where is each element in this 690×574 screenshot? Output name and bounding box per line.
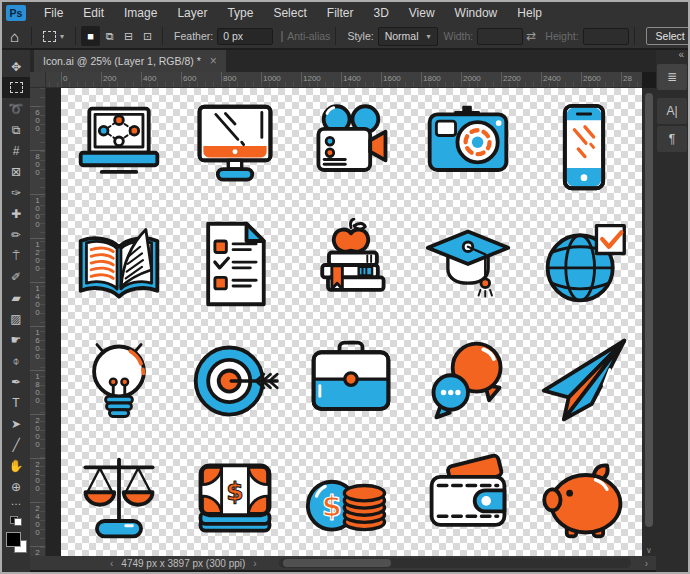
move-tool[interactable]: ✥ bbox=[2, 56, 30, 77]
scroll-right-icon[interactable]: › bbox=[645, 558, 648, 569]
path-selection-tool[interactable]: ➤ bbox=[2, 413, 30, 434]
paragraph-panel-icon[interactable]: ¶ bbox=[657, 126, 687, 152]
ruler-label: 400 bbox=[143, 74, 156, 83]
artboard[interactable]: $ $ bbox=[61, 88, 642, 556]
briefcase-icon bbox=[305, 335, 397, 427]
spot-healing-tool[interactable]: ✚ bbox=[2, 203, 30, 224]
rectangular-marquee-tool[interactable] bbox=[2, 77, 30, 98]
artboard-icon-globe-checkmark[interactable] bbox=[526, 205, 642, 322]
horizontal-scrollbar[interactable] bbox=[279, 558, 631, 568]
menu-edit[interactable]: Edit bbox=[73, 2, 114, 24]
piggy-bank-icon bbox=[538, 452, 630, 544]
clone-stamp-tool[interactable]: ⍑ bbox=[2, 245, 30, 266]
eyedropper-tool[interactable]: ✑ bbox=[2, 182, 30, 203]
artboard-icon-checklist-document[interactable] bbox=[177, 205, 293, 322]
height-label: Height: bbox=[545, 30, 578, 42]
document-tab[interactable]: Icon.ai @ 25% (Layer 1, RGB/8) * × bbox=[34, 50, 226, 72]
artboard-icon-coins-stack[interactable]: $ bbox=[293, 439, 409, 556]
artboard-icon-desktop-monitor[interactable] bbox=[177, 88, 293, 205]
menu-file[interactable]: File bbox=[34, 2, 73, 24]
selection-modes: ■⧉⊟⊡ bbox=[81, 26, 157, 46]
menu-window[interactable]: Window bbox=[445, 2, 508, 24]
ruler-label: 1400 bbox=[343, 74, 361, 83]
pen-tool[interactable]: ✒ bbox=[2, 371, 30, 392]
style-select[interactable]: Normal ▾ bbox=[378, 27, 438, 46]
menu-view[interactable]: View bbox=[399, 2, 445, 24]
artboard-icon-open-book[interactable] bbox=[61, 205, 177, 322]
lasso-tool[interactable]: ➰ bbox=[2, 98, 30, 119]
default-swatches-icon[interactable] bbox=[10, 516, 22, 526]
panel-buttons: ≣A|¶ bbox=[656, 64, 688, 152]
artboard-icon-briefcase[interactable] bbox=[293, 322, 409, 439]
close-icon[interactable]: × bbox=[210, 54, 217, 68]
horizontal-ruler: 0200400600800100012001400160018002000220… bbox=[46, 72, 642, 88]
height-input[interactable] bbox=[583, 28, 629, 45]
menu-layer[interactable]: Layer bbox=[167, 2, 217, 24]
artboard-icon-lightbulb-idea[interactable] bbox=[61, 322, 177, 439]
crop-tool[interactable]: # bbox=[2, 140, 30, 161]
artboard-icon-smartphone[interactable] bbox=[526, 88, 642, 205]
swap-dimensions-icon[interactable]: ⇄ bbox=[526, 29, 536, 43]
menu-bar: Ps File Edit Image Layer Type Select Fil… bbox=[2, 2, 688, 25]
antialias-checkbox[interactable] bbox=[281, 31, 283, 42]
lightbulb-idea-icon bbox=[73, 335, 165, 427]
eraser-tool[interactable]: ▰ bbox=[2, 287, 30, 308]
horizontal-scrollbar-thumb[interactable] bbox=[283, 559, 391, 567]
ruler-label: 600 bbox=[33, 108, 41, 132]
artboard-icon-wallet[interactable] bbox=[410, 439, 526, 556]
feather-input[interactable] bbox=[217, 28, 273, 45]
artboard-icon-target-arrow[interactable] bbox=[177, 322, 293, 439]
width-input[interactable] bbox=[477, 28, 523, 45]
scroll-down-icon[interactable]: ∨ bbox=[642, 546, 656, 555]
artboard-icon-piggy-bank[interactable] bbox=[526, 439, 642, 556]
artboard-icon-chat-bubbles[interactable] bbox=[410, 322, 526, 439]
properties-panel-icon[interactable]: ≣ bbox=[657, 64, 687, 90]
artboard-icon-video-camera[interactable] bbox=[293, 88, 409, 205]
object-selection-tool[interactable]: ⧉ bbox=[2, 119, 30, 140]
zoom-tool[interactable]: ⊕ bbox=[2, 476, 30, 497]
status-menu-arrow-icon[interactable]: › bbox=[253, 558, 256, 569]
gradient-tool[interactable]: ▨ bbox=[2, 308, 30, 329]
brush-tool[interactable]: ✏ bbox=[2, 224, 30, 245]
select-and-mask-button[interactable]: Select and Mask... bbox=[646, 27, 690, 45]
history-brush-tool[interactable]: ✐ bbox=[2, 266, 30, 287]
graduation-cap-icon bbox=[422, 218, 514, 310]
artboard-icon-photo-camera[interactable] bbox=[410, 88, 526, 205]
artboard-icon-money-stack[interactable]: $ bbox=[177, 439, 293, 556]
menu-image[interactable]: Image bbox=[114, 2, 167, 24]
new-selection-icon[interactable]: ■ bbox=[81, 26, 100, 46]
line-tool[interactable]: ╱ bbox=[2, 434, 30, 455]
smudge-tool[interactable]: ☛ bbox=[2, 329, 30, 350]
character-panel-icon[interactable]: A| bbox=[657, 98, 687, 124]
intersect-selection-icon[interactable]: ⊡ bbox=[138, 26, 157, 46]
artboard-icon-books-with-apple[interactable] bbox=[293, 205, 409, 322]
ruler-label: 2200 bbox=[503, 74, 521, 83]
artboard-icon-graduation-cap[interactable] bbox=[410, 205, 526, 322]
menu-help[interactable]: Help bbox=[507, 2, 552, 24]
artboard-icon-laptop-network[interactable] bbox=[61, 88, 177, 205]
dodge-tool[interactable]: ⌽ bbox=[2, 350, 30, 371]
ruler-label: 28 bbox=[623, 74, 632, 83]
money-stack-icon: $ bbox=[189, 452, 281, 544]
edit-toolbar-icon[interactable]: … bbox=[11, 497, 22, 511]
scroll-left-icon[interactable]: ‹ bbox=[110, 558, 113, 569]
add-to-selection-icon[interactable]: ⧉ bbox=[100, 26, 119, 46]
subtract-from-selection-icon[interactable]: ⊟ bbox=[119, 26, 138, 46]
hand-tool[interactable]: ✋ bbox=[2, 455, 30, 476]
artboard-icon-paper-plane[interactable] bbox=[526, 322, 642, 439]
vertical-scrollbar[interactable]: ∨ bbox=[642, 88, 656, 556]
type-tool[interactable]: T bbox=[2, 392, 30, 413]
collapse-panels-icon[interactable]: « bbox=[656, 50, 688, 62]
menu-filter[interactable]: Filter bbox=[317, 2, 364, 24]
color-swatches[interactable] bbox=[6, 532, 27, 553]
vertical-scrollbar-thumb[interactable] bbox=[645, 93, 653, 527]
menu-select[interactable]: Select bbox=[263, 2, 316, 24]
balance-scales-icon bbox=[73, 452, 165, 544]
menu-3d[interactable]: 3D bbox=[363, 2, 398, 24]
tool-preset-marquee[interactable]: ▾ bbox=[37, 31, 70, 42]
frame-tool[interactable]: ⊠ bbox=[2, 161, 30, 182]
foreground-color-swatch[interactable] bbox=[6, 532, 21, 547]
artboard-icon-balance-scales[interactable] bbox=[61, 439, 177, 556]
home-icon[interactable]: ⌂ bbox=[10, 28, 19, 45]
menu-type[interactable]: Type bbox=[217, 2, 263, 24]
